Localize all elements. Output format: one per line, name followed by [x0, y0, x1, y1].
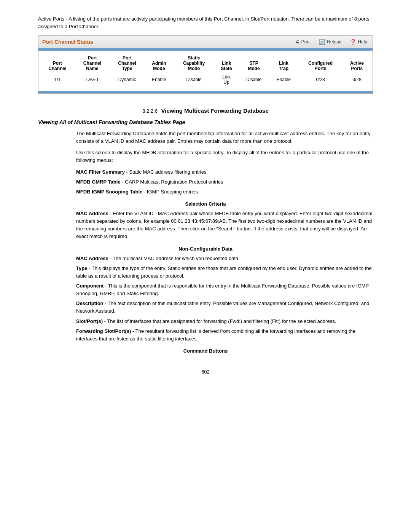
- col-type: PortChannelType: [110, 54, 145, 73]
- nc-fwd-label: Forwarding Slot/Port(s): [76, 328, 131, 334]
- nc-fwd-block: Forwarding Slot/Port(s) - The resultant …: [76, 328, 373, 343]
- help-label: Help: [358, 39, 367, 45]
- table-header-row: PortChannel PortChannelName PortChannelT…: [40, 54, 371, 73]
- cell-static-cap: Disable: [174, 73, 214, 86]
- cell-type: Dynamic: [110, 73, 145, 86]
- body-para2: Use this screen to display the MFDB info…: [76, 149, 373, 164]
- selection-criteria-heading: Selection Criteria: [38, 201, 373, 207]
- col-link-trap: LinkTrap: [269, 54, 298, 73]
- term3-line: MFDB IGMP Snooping Table - IGMP Snooping…: [76, 188, 373, 196]
- cell-link-trap: Enable: [269, 73, 298, 86]
- cell-name: LAG-1: [75, 73, 110, 86]
- print-button[interactable]: 🖨 Print: [293, 38, 312, 46]
- non-config-heading: Non-Configurable Data: [38, 246, 373, 252]
- nc-component-text: - This is the component that is responsi…: [76, 283, 369, 296]
- cell-configured-ports: 0/28: [298, 73, 342, 86]
- nc-type-block: Type - This displays the type of the ent…: [76, 265, 373, 280]
- cell-active-ports: 0/28: [343, 73, 371, 86]
- nc-description-label: Description: [76, 300, 104, 306]
- page-number: 502: [38, 369, 373, 375]
- port-channel-status-table: Port Channel Status 🖨 Print 🔄 Reload ❓ H…: [38, 35, 373, 94]
- col-port-channel: PortChannel: [40, 54, 75, 73]
- cell-port-channel: 1/1: [40, 73, 75, 86]
- reload-icon: 🔄: [319, 39, 325, 45]
- section-heading-block: 8.2.2.6 Viewing Multicast Forwarding Dat…: [38, 107, 373, 114]
- cell-stp-mode: Disable: [239, 73, 269, 86]
- help-icon: ❓: [350, 39, 356, 45]
- nc-mac-text: - The multicast MAC address for which yo…: [110, 256, 240, 261]
- term3-label: MFDB IGMP Snooping Table: [76, 189, 142, 195]
- term2-label: MFDB GMRP Table: [76, 179, 121, 185]
- col-admin-mode: AdminMode: [145, 54, 174, 73]
- nc-mac-label: MAC Address: [76, 256, 108, 261]
- pcs-toolbar: 🖨 Print 🔄 Reload ❓ Help: [293, 38, 369, 46]
- term3-text: - IGMP Snooping entries: [144, 189, 198, 195]
- mac-address-label: MAC Address: [76, 211, 108, 216]
- nc-slots-text: - The list of interfaces that are design…: [104, 318, 336, 324]
- col-stp-mode: STPMode: [239, 54, 269, 73]
- intro-text: Active Ports - A listing of the ports th…: [38, 15, 373, 30]
- nc-description-block: Description - The text description of th…: [76, 300, 373, 315]
- term1-text: - Static MAC address filtering entries: [126, 169, 207, 175]
- mac-address-block: MAC Address - Enter the VLAN ID - MAC Ad…: [76, 210, 373, 241]
- nc-slots-label: Slot/Port(s): [76, 318, 103, 324]
- section-title: Viewing Multicast Forwarding Database: [161, 107, 269, 114]
- term2-line: MFDB GMRP Table - GARP Multicast Registr…: [76, 178, 373, 186]
- reload-label: Reload: [327, 39, 341, 45]
- help-button[interactable]: ❓ Help: [348, 38, 369, 46]
- nc-slots-block: Slot/Port(s) - The list of interfaces th…: [76, 318, 373, 325]
- command-buttons-heading: Command Buttons: [38, 348, 373, 354]
- print-icon: 🖨: [295, 39, 300, 45]
- col-static-cap: StaticCapabilityMode: [174, 54, 214, 73]
- term2-text: - GARP Multicast Registration Protocol e…: [122, 179, 223, 185]
- nc-type-text: - This displays the type of the entry. S…: [76, 265, 372, 279]
- section-number: 8.2.2.6: [142, 108, 158, 114]
- pcs-data-table: PortChannel PortChannelName PortChannelT…: [40, 54, 371, 86]
- table-row: 1/1 LAG-1 Dynamic Enable Disable LinkUp …: [40, 73, 371, 86]
- print-label: Print: [301, 39, 311, 45]
- nc-mac-block: MAC Address - The multicast MAC address …: [76, 255, 373, 262]
- term1-line: MAC Filter Summary - Static MAC address …: [76, 168, 373, 176]
- pcs-header: Port Channel Status 🖨 Print 🔄 Reload ❓ H…: [38, 36, 373, 48]
- pcs-title: Port Channel Status: [42, 39, 293, 45]
- col-link-state: LinkState: [214, 54, 239, 73]
- pcs-bottom-bar: [38, 91, 373, 93]
- nc-type-label: Type: [76, 265, 87, 271]
- reload-button[interactable]: 🔄 Reload: [317, 38, 343, 46]
- nc-component-label: Component: [76, 283, 104, 289]
- col-active-ports: ActivePorts: [343, 54, 371, 73]
- pcs-table-wrap: PortChannel PortChannelName PortChannelT…: [38, 51, 373, 89]
- term1-label: MAC Filter Summary: [76, 169, 125, 175]
- cell-link-state: LinkUp: [214, 73, 239, 86]
- col-configured-ports: ConfiguredPorts: [298, 54, 342, 73]
- cell-admin-mode: Enable: [145, 73, 174, 86]
- subsection-title: Viewing All of Multicast Forwarding Data…: [38, 119, 373, 125]
- body-para1: The Multicast Forwarding Database holds …: [76, 130, 373, 145]
- nc-description-text: - The text description of this multicast…: [76, 300, 370, 314]
- mac-address-text: - Enter the VLAN ID - MAC Address pair w…: [76, 211, 372, 239]
- col-name: PortChannelName: [75, 54, 110, 73]
- nc-component-block: Component - This is the component that i…: [76, 282, 373, 297]
